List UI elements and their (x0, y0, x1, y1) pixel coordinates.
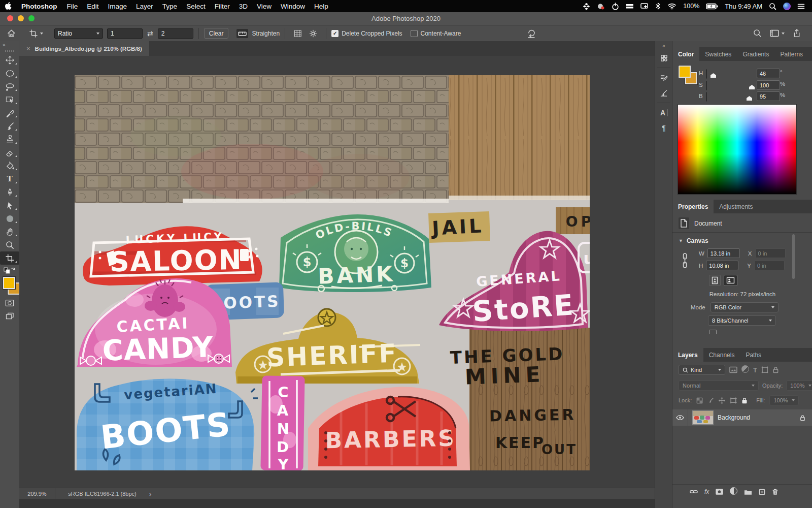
character-panel-icon[interactable]: A (655, 105, 672, 120)
menu-type[interactable]: Type (158, 3, 182, 10)
object-selection-tool[interactable] (0, 93, 19, 106)
panel-foreground-swatch[interactable] (679, 66, 691, 78)
saturation-value-field[interactable]: 100 (757, 80, 780, 90)
new-group-button[interactable] (744, 489, 752, 495)
lock-position-icon[interactable] (719, 397, 725, 404)
home-button[interactable] (0, 27, 22, 40)
tab-layers[interactable]: Layers (672, 348, 703, 362)
content-aware-checkbox[interactable]: Content-Aware (411, 30, 461, 37)
tab-channels[interactable]: Channels (703, 348, 740, 362)
fill-field[interactable]: 100% (769, 395, 799, 405)
hand-tool[interactable] (0, 225, 19, 238)
libraries-panel-icon[interactable] (655, 50, 672, 66)
tab-gradients[interactable]: Gradients (737, 47, 774, 61)
ratio-width-input[interactable]: 1 (107, 28, 143, 39)
lock-transparency-icon[interactable] (696, 397, 703, 404)
layer-style-button[interactable]: fx (704, 488, 709, 495)
portrait-orientation-button[interactable] (709, 275, 721, 286)
shape-tool[interactable] (0, 212, 19, 225)
paint-bucket-tool[interactable] (0, 159, 19, 172)
clipped-checkbox[interactable] (709, 330, 717, 334)
canvas-section-header[interactable]: ▼ Canvas (679, 237, 708, 244)
zoom-tool[interactable] (0, 238, 19, 251)
move-tool[interactable] (0, 53, 19, 67)
landscape-orientation-button[interactable] (724, 275, 737, 286)
wifi-icon[interactable] (667, 3, 676, 10)
crop-overlay-options-button[interactable] (290, 27, 306, 40)
filter-adjustment-icon[interactable] (741, 365, 749, 375)
dropbox-icon[interactable] (583, 3, 590, 10)
tab-properties[interactable]: Properties (672, 200, 714, 213)
close-window-button[interactable] (7, 15, 13, 21)
aspect-ratio-select[interactable]: Ratio (54, 28, 103, 39)
reset-button[interactable] (527, 29, 536, 38)
quick-mask-button[interactable] (0, 296, 19, 309)
tab-adjustments[interactable]: Adjustments (714, 200, 758, 213)
panel-color-swatches[interactable] (679, 66, 699, 86)
menu-file[interactable]: File (62, 3, 83, 10)
blend-mode-dropdown[interactable]: Normal (679, 380, 759, 391)
menu-layer[interactable]: Layer (131, 3, 158, 10)
apple-menu[interactable] (0, 2, 16, 10)
layer-visibility-toggle[interactable] (672, 415, 688, 421)
close-tab-icon[interactable]: × (26, 45, 30, 52)
crop-tool[interactable] (0, 251, 19, 265)
delete-cropped-pixels-checkbox[interactable]: ✓ Delete Cropped Pixels (331, 30, 402, 37)
hue-value-field[interactable]: 46 (757, 69, 780, 78)
color-swatches-widget[interactable] (0, 276, 19, 296)
default-swap-colors-widget[interactable] (0, 265, 19, 276)
paragraph-panel-icon[interactable]: ¶ (655, 120, 672, 136)
menu-view[interactable]: View (252, 3, 276, 10)
menu-edit[interactable]: Edit (82, 3, 103, 10)
eyedropper-tool[interactable] (0, 106, 19, 119)
brushes-panel-icon[interactable] (655, 85, 672, 101)
screen-mode-button[interactable] (0, 309, 19, 323)
marquee-tool[interactable] (0, 67, 19, 80)
filter-shape-icon[interactable] (761, 366, 768, 373)
brush-settings-panel-icon[interactable] (655, 70, 672, 85)
tab-paths[interactable]: Paths (740, 348, 767, 362)
collapse-tools-button[interactable]: » (0, 41, 19, 48)
opacity-field[interactable]: 100% (786, 380, 812, 391)
workspace-selector[interactable] (770, 29, 785, 37)
color-spectrum-picker[interactable] (678, 104, 797, 195)
path-selection-tool[interactable] (0, 199, 19, 212)
share-icon[interactable] (793, 29, 801, 38)
hue-slider[interactable] (706, 69, 707, 79)
add-adjustment-button[interactable] (730, 487, 737, 497)
swap-ratio-button[interactable]: ⇄ (147, 29, 153, 38)
screen-record-icon[interactable] (597, 3, 605, 10)
menu-window[interactable]: Window (276, 3, 310, 10)
color-mode-dropdown[interactable]: RGB Color (710, 302, 779, 312)
canvas-y-field[interactable]: 0 in (754, 261, 785, 270)
crop-tool-preset[interactable] (29, 29, 43, 38)
new-layer-button[interactable] (759, 489, 765, 495)
link-layers-button[interactable] (690, 489, 698, 494)
siri-icon[interactable] (783, 3, 791, 10)
foreground-color-swatch[interactable] (3, 277, 15, 289)
layer-row-background[interactable]: Background (672, 409, 812, 426)
brush-tool[interactable] (0, 119, 19, 133)
brightness-value-field[interactable]: 95 (757, 91, 780, 101)
lock-all-icon[interactable] (741, 397, 748, 404)
zoom-level[interactable]: 209.9% (19, 491, 55, 497)
link-dimensions-icon[interactable] (682, 252, 688, 269)
control-center-icon[interactable] (797, 3, 805, 10)
canvas-x-field[interactable]: 0 in (755, 248, 786, 258)
lock-pixels-icon[interactable] (707, 397, 714, 404)
properties-scrollbar[interactable] (792, 234, 795, 279)
delete-layer-button[interactable] (772, 488, 779, 495)
filter-smartobject-icon[interactable] (772, 366, 779, 373)
filter-type-icon[interactable]: T (753, 366, 757, 374)
bit-depth-dropdown[interactable]: 8 Bits/Channel (708, 315, 776, 326)
add-mask-button[interactable] (716, 489, 723, 495)
app-menu-photoshop[interactable]: Photoshop (16, 3, 62, 10)
color-panel-menu-icon[interactable]: ≡ (808, 53, 812, 61)
search-icon[interactable] (753, 29, 762, 38)
clone-stamp-tool[interactable] (0, 133, 19, 146)
pen-tool[interactable] (0, 185, 19, 199)
straighten-button[interactable]: Straighten (236, 29, 280, 38)
lasso-tool[interactable] (0, 80, 19, 93)
status-options-chevron[interactable]: › (149, 490, 151, 498)
filter-image-icon[interactable] (729, 366, 737, 373)
